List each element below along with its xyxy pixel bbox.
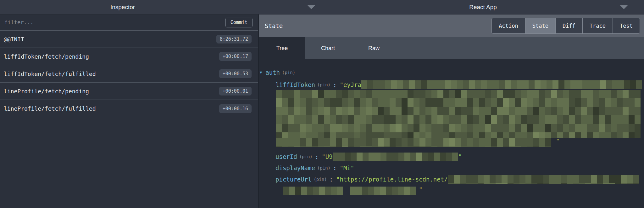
state-header: State Action State Diff Trace Test [259, 14, 644, 37]
action-timestamp-badge: +00:00.17 [219, 52, 252, 61]
string-value: "Mi" [340, 165, 354, 171]
action-label: liffIdToken/fetch/fulfilled [4, 71, 96, 77]
redux-devtools-window: Inspector React App Commit @@INIT 8:26:3… [0, 0, 644, 208]
tab-diff[interactable]: Diff [555, 18, 582, 33]
tab-test[interactable]: Test [613, 18, 640, 33]
subtab-tree[interactable]: Tree [259, 37, 305, 59]
action-label: liffIdToken/fetch/pending [4, 53, 89, 60]
tree-node-auth: ▼ auth (pin) [260, 68, 298, 77]
filter-input[interactable] [4, 19, 225, 26]
action-label: @@INIT [4, 36, 24, 43]
string-value-suffix: " [556, 137, 559, 144]
action-list-item[interactable]: @@INIT 8:26:31.72 [0, 31, 258, 48]
redacted-value-blur [350, 187, 418, 195]
action-list-item[interactable]: lineProfile/fetch/fulfilled +00:00.16 [0, 100, 258, 117]
action-timestamp-badge: +00:00.53 [219, 69, 252, 78]
action-list-item[interactable]: lineProfile/fetch/pending +00:00.01 [0, 83, 258, 100]
pin-link[interactable]: (pin) [299, 154, 313, 159]
string-value-suffix: " [458, 153, 462, 160]
tab-action[interactable]: Action [492, 18, 525, 33]
expand-arrow-icon[interactable]: ▼ [260, 70, 262, 75]
subtab-raw[interactable]: Raw [351, 37, 397, 59]
tab-state[interactable]: State [525, 18, 555, 33]
monitor-title: Inspector [0, 0, 245, 14]
string-value-suffix: " [419, 186, 422, 193]
filter-row: Commit [0, 14, 258, 31]
tree-node-displayname: displayName (pin) : "Mi" [275, 163, 354, 173]
subtab-chart[interactable]: Chart [305, 37, 351, 59]
action-label: lineProfile/fetch/fulfilled [4, 105, 96, 112]
tab-trace[interactable]: Trace [582, 18, 613, 33]
string-value-prefix: "eyJra [340, 81, 361, 88]
string-value-prefix: "U9 [322, 153, 332, 160]
tree-node-pictureurl: pictureUrl (pin) : "https://profile.line… [275, 175, 644, 184]
colon: : [333, 81, 336, 88]
tree-key-liffidtoken[interactable]: liffIdToken [275, 81, 315, 88]
action-list-item[interactable]: liffIdToken/fetch/pending +00:00.17 [0, 48, 258, 65]
tree-key-pictureurl[interactable]: pictureUrl [275, 176, 311, 183]
tree-node-liffidtoken: liffIdToken (pin) : "eyJra [275, 80, 644, 90]
action-timestamp-badge: +00:00.16 [219, 104, 252, 113]
commit-button[interactable]: Commit [225, 18, 253, 27]
string-value-prefix: "https://profile.line-scdn.net/ [336, 176, 448, 183]
colon: : [330, 176, 333, 183]
tree-key-userid[interactable]: userId [275, 153, 297, 160]
redacted-value-blur [333, 153, 458, 161]
tree-node-userid: userId (pin) : "U9 " [275, 152, 462, 161]
redacted-value-blur [276, 138, 553, 147]
redacted-value-blur [448, 175, 644, 184]
tree-key-displayname[interactable]: displayName [275, 165, 315, 171]
instance-selector[interactable]: React App [322, 0, 644, 14]
state-panel: State Action State Diff Trace Test Tree … [259, 14, 644, 208]
action-list-panel: Commit @@INIT 8:26:31.72 liffIdToken/fet… [0, 14, 259, 208]
redacted-value-blur [361, 80, 644, 89]
redacted-value-blur [276, 90, 644, 138]
tree-key-auth[interactable]: auth [265, 69, 280, 76]
instance-title: React App [322, 0, 644, 14]
section-title: State [265, 22, 283, 29]
devtools-topbar: Inspector React App [0, 0, 644, 14]
action-timestamp-badge: 8:26:31.72 [216, 35, 252, 43]
action-timestamp-badge: +00:00.01 [219, 87, 252, 95]
pin-link[interactable]: (pin) [282, 70, 295, 75]
monitor-selector[interactable]: Inspector [0, 0, 245, 14]
action-list-item[interactable]: liffIdToken/fetch/fulfilled +00:00.53 [0, 65, 258, 83]
pin-link[interactable]: (pin) [317, 82, 330, 87]
colon: : [333, 165, 336, 171]
pin-link[interactable]: (pin) [317, 165, 330, 170]
view-tab-bar: Tree Chart Raw [259, 37, 644, 59]
chevron-down-icon[interactable] [308, 5, 315, 9]
mode-tab-group: Action State Diff Trace Test [491, 18, 640, 34]
pin-link[interactable]: (pin) [314, 177, 327, 182]
redacted-value-blur [283, 187, 346, 195]
action-label: lineProfile/fetch/pending [4, 88, 89, 95]
chevron-down-icon[interactable] [620, 5, 628, 9]
state-tree-view: ▼ auth (pin) liffIdToken (pin) : "eyJra … [259, 59, 644, 208]
colon: : [315, 153, 319, 160]
